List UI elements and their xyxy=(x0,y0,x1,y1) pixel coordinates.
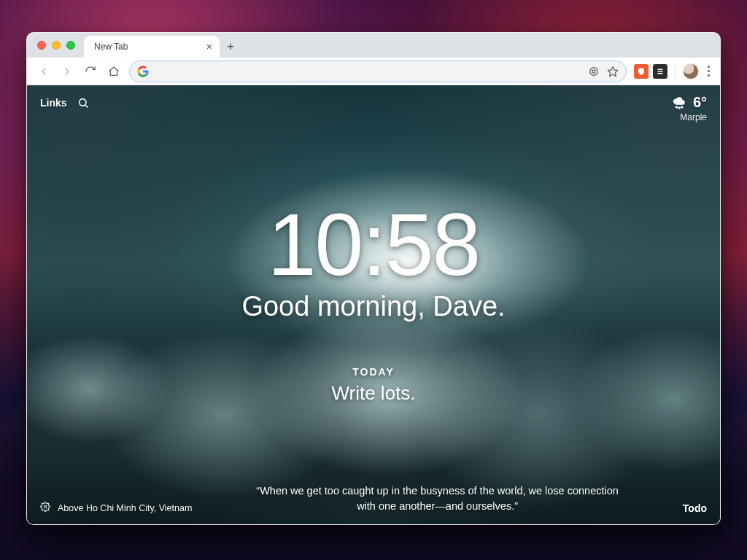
links-button[interactable]: Links xyxy=(40,97,67,109)
svg-point-11 xyxy=(44,505,47,508)
clock: 10:58 xyxy=(27,200,720,287)
search-icon xyxy=(77,97,89,109)
tab-close-button[interactable]: × xyxy=(206,42,212,52)
shield-icon xyxy=(637,67,646,76)
center-block: 10:58 Good morning, Dave. xyxy=(27,200,720,322)
new-tab-page: Links 6° Marple 10:58 Good morning, Dave… xyxy=(27,85,720,524)
browser-tab[interactable]: New Tab × xyxy=(84,36,220,58)
quote[interactable]: “When we get too caught up in the busyne… xyxy=(248,483,627,514)
arrow-right-icon xyxy=(61,66,73,77)
weather-location: Marple xyxy=(671,112,707,122)
extension-button-1[interactable] xyxy=(634,64,649,79)
window-minimize-button[interactable] xyxy=(52,41,61,50)
bottom-bar: Above Ho Chi Minh City, Vietnam “When we… xyxy=(27,483,720,514)
window-close-button[interactable] xyxy=(37,41,46,50)
separator xyxy=(675,65,676,78)
focus-text[interactable]: Write lots. xyxy=(27,382,720,405)
weather-temp: 6° xyxy=(693,94,707,111)
browser-window: New Tab × + xyxy=(26,32,721,525)
reload-icon xyxy=(85,66,96,77)
snow-cloud-icon xyxy=(671,95,687,111)
greeting: Good morning, Dave. xyxy=(27,290,720,322)
tab-title: New Tab xyxy=(94,42,128,52)
svg-point-8 xyxy=(676,106,677,108)
weather-widget[interactable]: 6° Marple xyxy=(671,94,707,122)
focus-label: TODAY xyxy=(27,366,720,378)
stack-icon xyxy=(656,67,665,76)
window-controls xyxy=(34,33,80,58)
svg-point-10 xyxy=(681,106,683,108)
home-button[interactable] xyxy=(103,61,125,82)
forward-button[interactable] xyxy=(56,61,78,82)
extension-button-2[interactable] xyxy=(653,64,667,79)
omnibox[interactable] xyxy=(129,61,627,82)
omnibox-input[interactable] xyxy=(155,66,582,77)
star-icon[interactable] xyxy=(607,66,619,77)
svg-point-1 xyxy=(592,70,595,73)
photo-caption[interactable]: Above Ho Chi Minh City, Vietnam xyxy=(58,503,192,513)
svg-rect-3 xyxy=(658,69,663,70)
svg-point-9 xyxy=(678,107,680,109)
gear-icon xyxy=(40,502,50,512)
focus-block: TODAY Write lots. xyxy=(27,366,720,405)
svg-rect-4 xyxy=(658,71,663,72)
svg-point-0 xyxy=(590,67,598,75)
svg-rect-5 xyxy=(658,73,663,74)
tab-strip: New Tab × + xyxy=(27,33,720,58)
settings-button[interactable] xyxy=(40,502,50,514)
google-g-icon xyxy=(137,66,149,77)
search-button[interactable] xyxy=(77,97,89,109)
bottom-left: Above Ho Chi Minh City, Vietnam xyxy=(40,502,192,514)
svg-line-7 xyxy=(85,105,88,107)
top-left-controls: Links xyxy=(40,97,89,109)
home-icon xyxy=(108,66,120,77)
window-maximize-button[interactable] xyxy=(66,41,75,50)
svg-marker-2 xyxy=(608,66,617,76)
back-button[interactable] xyxy=(33,61,55,82)
reload-button[interactable] xyxy=(80,61,101,82)
profile-avatar[interactable] xyxy=(683,63,699,79)
extensions-area xyxy=(634,63,714,79)
target-icon[interactable] xyxy=(588,66,600,77)
omnibox-actions xyxy=(588,66,619,77)
todo-button[interactable]: Todo xyxy=(683,502,707,514)
new-tab-button[interactable]: + xyxy=(221,37,240,56)
browser-toolbar xyxy=(27,58,720,85)
browser-menu-button[interactable] xyxy=(703,66,714,77)
arrow-left-icon xyxy=(38,66,50,77)
